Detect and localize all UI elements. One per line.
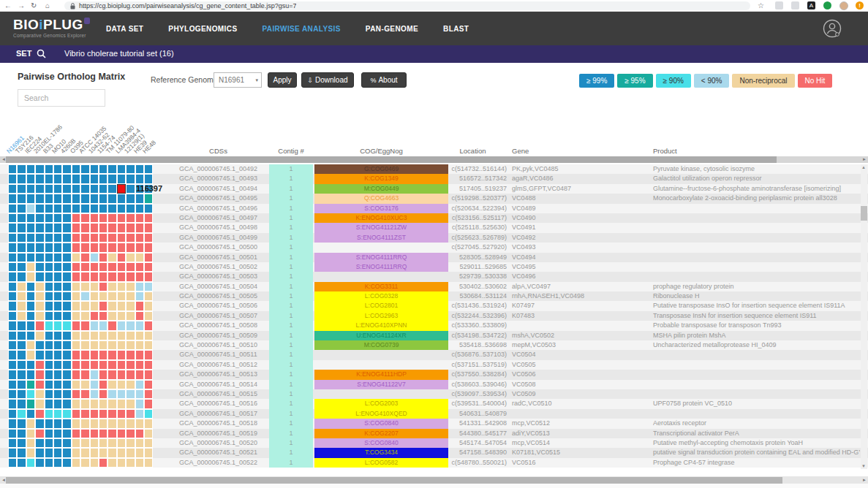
matrix-cell[interactable] xyxy=(53,399,62,408)
scroll-down-icon[interactable]: ▼ xyxy=(861,464,866,468)
matrix-cell[interactable] xyxy=(99,194,107,203)
scroll-right-icon[interactable]: ► xyxy=(862,156,867,163)
matrix-cell[interactable] xyxy=(107,291,116,301)
matrix-cell[interactable] xyxy=(90,282,99,291)
matrix-cell[interactable] xyxy=(135,164,144,174)
matrix-cell[interactable] xyxy=(99,233,107,243)
matrix-cell[interactable] xyxy=(99,438,107,448)
matrix-cell[interactable] xyxy=(17,370,26,379)
matrix-cell[interactable] xyxy=(144,204,153,213)
matrix-cell[interactable] xyxy=(53,233,62,243)
matrix-cell[interactable] xyxy=(80,291,89,301)
matrix-cell[interactable] xyxy=(99,321,107,330)
matrix-cell[interactable] xyxy=(107,253,116,262)
matrix-cell[interactable] xyxy=(17,164,26,174)
matrix-cell[interactable] xyxy=(117,399,126,408)
table-row[interactable]: GCA_000006745.1_005061L:COG2801c(531436.… xyxy=(0,301,868,310)
matrix-cell[interactable] xyxy=(99,448,107,457)
matrix-cell[interactable] xyxy=(135,429,144,438)
matrix-cell[interactable] xyxy=(117,233,126,243)
matrix-cell[interactable] xyxy=(107,350,116,359)
matrix-cell[interactable] xyxy=(117,360,126,370)
matrix-cell[interactable] xyxy=(53,253,62,262)
matrix-cell[interactable] xyxy=(45,419,53,428)
matrix-cell[interactable] xyxy=(107,164,116,174)
matrix-cell[interactable] xyxy=(45,311,53,321)
matrix-cell[interactable] xyxy=(90,272,99,281)
matrix-cell[interactable] xyxy=(99,272,107,281)
table-row[interactable]: GCA_000006745.1_005221L:COG0582c(548780.… xyxy=(0,458,868,468)
matrix-cell[interactable] xyxy=(17,350,26,359)
matrix-cell[interactable] xyxy=(117,262,126,272)
matrix-cell[interactable] xyxy=(90,243,99,252)
bookmark-star-icon[interactable]: ☆ xyxy=(758,1,764,10)
matrix-cell[interactable] xyxy=(72,321,80,330)
extension-icon[interactable] xyxy=(791,1,799,9)
matrix-cell[interactable] xyxy=(144,164,153,174)
matrix-cell[interactable] xyxy=(62,194,71,203)
matrix-cell[interactable] xyxy=(53,194,62,203)
matrix-cell[interactable] xyxy=(117,438,126,448)
matrix-cell[interactable] xyxy=(26,282,35,291)
matrix-cell[interactable] xyxy=(90,409,99,419)
legend-badge[interactable]: ≥ 95% xyxy=(617,74,652,88)
download-button[interactable]: ⇩Download xyxy=(301,72,354,88)
table-row[interactable]: GCA_000006745.1_005111c(536876..537103)V… xyxy=(0,350,868,359)
matrix-cell[interactable] xyxy=(72,380,80,389)
matrix-cell[interactable] xyxy=(144,448,153,457)
matrix-cell[interactable] xyxy=(144,311,153,321)
matrix-cell[interactable] xyxy=(17,438,26,448)
matrix-cell[interactable] xyxy=(126,262,135,272)
table-row[interactable]: GCA_000006745.1_005121c(537151..537519)V… xyxy=(0,360,868,370)
matrix-cell[interactable] xyxy=(72,233,80,243)
matrix-cell[interactable] xyxy=(144,282,153,291)
matrix-cell[interactable] xyxy=(80,282,89,291)
matrix-cell[interactable] xyxy=(53,174,62,183)
matrix-cell[interactable] xyxy=(45,204,53,213)
vertical-scrollbar[interactable]: ▲ ▼ xyxy=(861,164,867,469)
matrix-cell[interactable] xyxy=(8,370,17,379)
matrix-cell[interactable] xyxy=(90,429,99,438)
matrix-cell[interactable] xyxy=(117,291,126,301)
matrix-cell[interactable] xyxy=(144,194,153,203)
matrix-cell[interactable] xyxy=(135,331,144,340)
matrix-cell[interactable] xyxy=(72,340,80,350)
matrix-cell[interactable] xyxy=(107,204,116,213)
home-icon[interactable]: ⌂ xyxy=(45,1,50,10)
matrix-cell[interactable] xyxy=(62,243,71,252)
matrix-cell[interactable] xyxy=(26,301,35,310)
matrix-cell[interactable] xyxy=(90,399,99,408)
matrix-cell[interactable] xyxy=(107,380,116,389)
matrix-cell[interactable] xyxy=(35,429,44,438)
matrix-cell[interactable] xyxy=(35,233,44,243)
matrix-cell[interactable] xyxy=(107,213,116,223)
matrix-cell[interactable] xyxy=(144,253,153,262)
nav-item-pan-genome[interactable]: PAN-GENOME xyxy=(366,25,418,33)
matrix-cell[interactable] xyxy=(135,448,144,457)
about-button[interactable]: %About xyxy=(361,72,407,88)
matrix-cell[interactable] xyxy=(107,438,116,448)
matrix-cell[interactable] xyxy=(72,164,80,174)
matrix-cell[interactable] xyxy=(26,389,35,399)
matrix-cell[interactable] xyxy=(35,370,44,379)
matrix-cell[interactable] xyxy=(8,438,17,448)
matrix-cell[interactable] xyxy=(90,223,99,232)
matrix-cell[interactable] xyxy=(135,311,144,321)
table-row[interactable]: GCA_000006745.1_005131K:ENOG4111HDPc(537… xyxy=(0,370,868,379)
matrix-cell[interactable] xyxy=(45,301,53,310)
matrix-cell[interactable] xyxy=(126,223,135,232)
matrix-cell[interactable] xyxy=(126,370,135,379)
matrix-cell[interactable] xyxy=(117,429,126,438)
matrix-cell[interactable] xyxy=(35,409,44,419)
matrix-cell[interactable] xyxy=(53,184,62,194)
matrix-cell[interactable] xyxy=(99,213,107,223)
matrix-cell[interactable] xyxy=(126,184,135,194)
matrix-cell[interactable] xyxy=(45,389,53,399)
table-row[interactable]: GCA_000006745.1_005141S:ENOG41122V7c(538… xyxy=(0,380,868,389)
matrix-cell[interactable] xyxy=(126,301,135,310)
matrix-cell[interactable] xyxy=(17,223,26,232)
matrix-cell[interactable] xyxy=(117,272,126,281)
horizontal-scrollbar-top[interactable]: ◄ ► xyxy=(0,156,868,163)
matrix-cell[interactable] xyxy=(80,223,89,232)
matrix-cell[interactable] xyxy=(72,350,80,359)
